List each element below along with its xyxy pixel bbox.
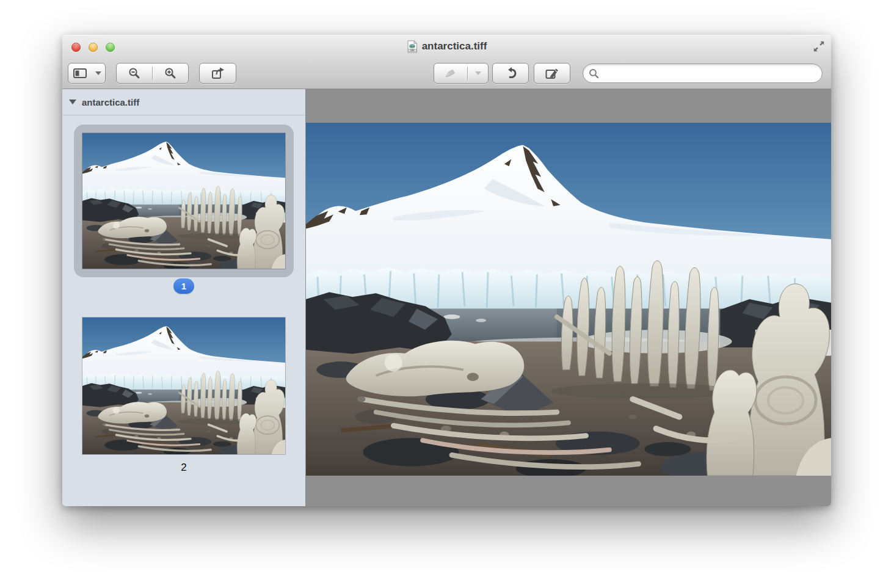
disclosure-triangle-icon[interactable] bbox=[69, 100, 76, 104]
page-2-thumbnail[interactable] bbox=[82, 318, 285, 454]
edit-markup-button[interactable] bbox=[534, 63, 570, 84]
sidebar: antarctica.tiff 1 2 bbox=[62, 89, 306, 506]
search-input[interactable] bbox=[599, 65, 822, 81]
search-icon bbox=[589, 68, 599, 79]
minimize-icon[interactable] bbox=[89, 43, 98, 52]
titlebar[interactable]: TIFF antarctica.tiff bbox=[62, 35, 831, 58]
sidebar-file-name: antarctica.tiff bbox=[82, 97, 139, 107]
highlight-dropdown-button[interactable] bbox=[468, 64, 488, 83]
window-content: antarctica.tiff 1 2 bbox=[62, 89, 831, 506]
highlight-button[interactable] bbox=[434, 64, 467, 83]
page-number-badge: 1 bbox=[173, 278, 194, 294]
chevron-down-icon bbox=[95, 71, 101, 75]
magnifier-plus-icon bbox=[164, 67, 176, 79]
page-1-thumbnail[interactable] bbox=[82, 133, 285, 269]
rotate-left-icon bbox=[504, 67, 517, 79]
chevron-down-icon bbox=[475, 71, 481, 75]
thumbnail-selection-highlight bbox=[74, 125, 294, 277]
search-field[interactable] bbox=[583, 64, 823, 83]
toolbar bbox=[62, 58, 831, 89]
rotate-left-button[interactable] bbox=[492, 63, 529, 84]
window-header: TIFF antarctica.tiff bbox=[62, 35, 831, 89]
sidebar-header[interactable]: antarctica.tiff bbox=[62, 89, 305, 115]
traffic-lights bbox=[71, 43, 115, 52]
zoom-segmented-control bbox=[116, 63, 189, 84]
magnifier-minus-icon bbox=[128, 67, 140, 79]
tiff-document-icon: TIFF bbox=[407, 40, 418, 53]
share-arrow-icon bbox=[211, 67, 225, 79]
page-number-label: 2 bbox=[181, 462, 186, 474]
sidebar-panel-icon bbox=[73, 68, 87, 78]
preview-window: TIFF antarctica.tiff bbox=[62, 35, 831, 506]
fullscreen-arrows-icon[interactable] bbox=[813, 41, 824, 52]
tiff-icon-label: TIFF bbox=[410, 49, 414, 51]
highlighter-icon bbox=[444, 68, 457, 79]
window-title: antarctica.tiff bbox=[422, 40, 487, 53]
zoom-in-button[interactable] bbox=[153, 64, 188, 83]
view-button[interactable] bbox=[68, 63, 106, 84]
edit-pencil-icon bbox=[545, 67, 559, 79]
close-icon[interactable] bbox=[71, 43, 81, 52]
zoom-out-button[interactable] bbox=[117, 64, 152, 83]
thumbnail-list[interactable]: 1 2 bbox=[62, 115, 305, 506]
antarctica-photo bbox=[306, 123, 831, 476]
image-canvas[interactable] bbox=[306, 89, 831, 506]
photo-holder bbox=[306, 123, 831, 476]
markup-segmented-control bbox=[434, 63, 489, 84]
zoom-window-icon[interactable] bbox=[106, 43, 115, 52]
share-button[interactable] bbox=[199, 63, 236, 84]
